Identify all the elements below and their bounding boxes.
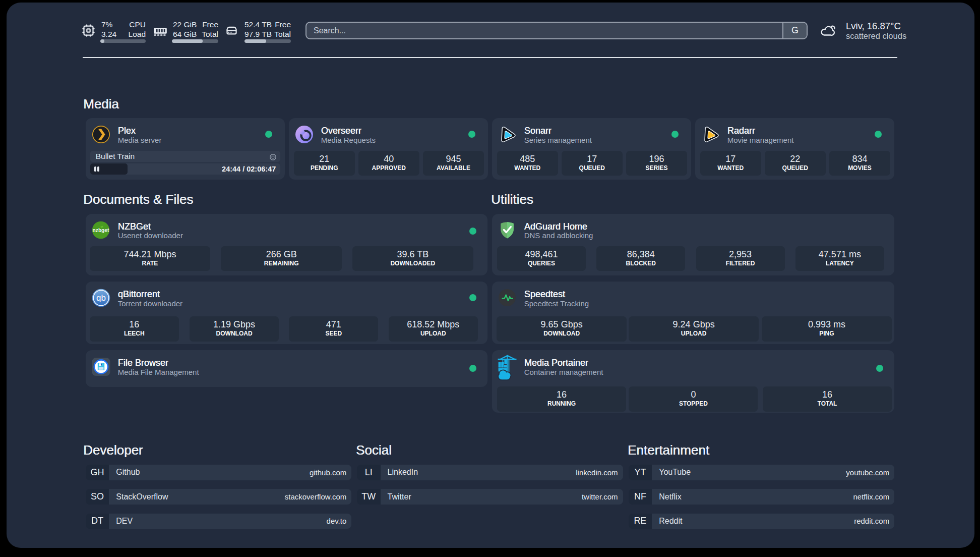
svg-text:nzbget: nzbget [92,227,109,233]
svg-text:qb: qb [96,293,106,303]
